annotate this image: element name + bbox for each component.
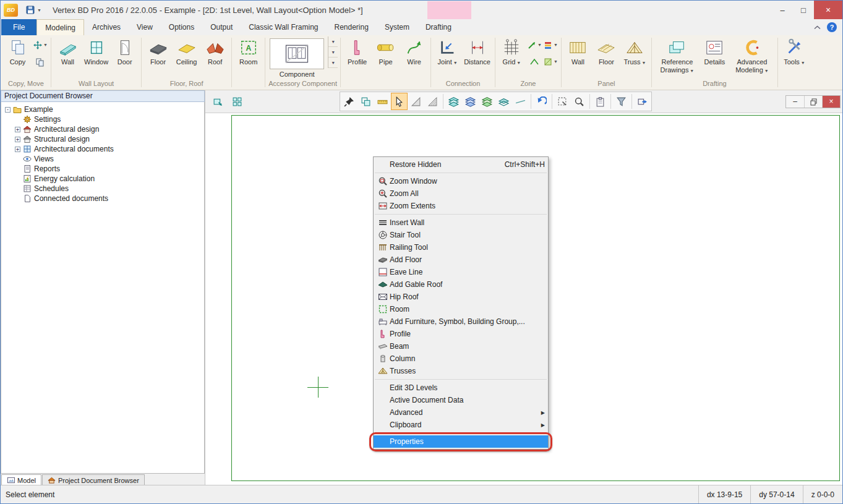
tree-item-connected-documents[interactable]: Connected documents <box>2 194 203 203</box>
menu-tab-classic-wall-framing[interactable]: Classic Wall Framing <box>241 19 326 35</box>
tree-item-structural-design[interactable]: +Structural design <box>2 134 203 144</box>
ribbon-button-copy[interactable]: Copy <box>4 36 32 66</box>
toolbar-button-layers-green-icon[interactable] <box>479 93 495 110</box>
context-menu-item-insert-wall[interactable]: Insert Wall <box>374 216 548 229</box>
ribbon-button-zone-boundary-icon[interactable]: ▼ <box>526 36 542 53</box>
tree-item-views[interactable]: Views <box>2 154 203 164</box>
context-menu-item-profile[interactable]: Profile <box>374 328 548 340</box>
menu-tab-output[interactable]: Output <box>202 19 241 35</box>
menu-tab-rendering[interactable]: Rendering <box>327 19 377 35</box>
context-menu-item-add-gable-roof[interactable]: Add Gable Roof <box>374 278 548 291</box>
tree-item-architectural-design[interactable]: +Architectural design <box>2 124 203 134</box>
menu-tab-archives[interactable]: Archives <box>84 19 129 35</box>
expander-minus-icon[interactable]: - <box>5 107 11 113</box>
tree-item-schedules[interactable]: Schedules <box>2 184 203 194</box>
collapse-ribbon-icon[interactable] <box>814 25 821 30</box>
expander-plus-icon[interactable]: + <box>15 147 20 152</box>
save-icon[interactable] <box>25 5 35 15</box>
expander-plus-icon[interactable]: + <box>15 127 20 132</box>
gallery-more-icon[interactable]: ▼ <box>328 58 338 68</box>
ribbon-button-door[interactable]: Door <box>111 36 139 66</box>
ribbon-button-copy-place-icon[interactable] <box>32 53 48 70</box>
context-menu-item-room[interactable]: Room <box>374 303 548 315</box>
context-menu-item-clipboard[interactable]: Clipboard▶ <box>374 419 548 431</box>
toolbar-button-select-arrow-icon[interactable] <box>391 93 408 110</box>
context-menu-item-edit-3d-levels[interactable]: Edit 3D Levels <box>374 382 548 394</box>
ribbon-button-zone-line-icon[interactable] <box>526 53 542 70</box>
ribbon-button-roof[interactable]: Roof <box>201 36 229 66</box>
maximize-button[interactable]: □ <box>793 1 814 19</box>
menu-tab-options[interactable]: Options <box>161 19 202 35</box>
tree-item-architectural-documents[interactable]: +Architectural documents <box>2 144 203 154</box>
ribbon-button-wire[interactable]: Wire <box>400 36 428 66</box>
context-menu-item-hip-roof[interactable]: Hip Roof <box>374 291 548 303</box>
gallery-up-icon[interactable]: ▼ <box>328 36 338 47</box>
ribbon-button-grid[interactable]: Grid ▼ <box>498 36 526 66</box>
ribbon-button-zone-fill-icon[interactable]: ▼ <box>542 53 558 70</box>
mdi-minimize-button[interactable]: – <box>786 96 804 108</box>
mdi-close-button[interactable]: × <box>822 96 840 108</box>
menu-tab-file[interactable]: File <box>1 19 36 35</box>
ribbon-button-window[interactable]: Window <box>82 36 110 66</box>
toolbar-button-thin-line-icon[interactable] <box>512 93 529 110</box>
ribbon-button-room[interactable]: ARoom <box>234 36 262 66</box>
ribbon-button-profile[interactable]: Profile <box>343 36 371 66</box>
context-menu-item-advanced[interactable]: Advanced▶ <box>374 406 548 419</box>
toolbar-button-zoom-icon[interactable] <box>571 93 588 110</box>
ribbon-button-distance[interactable]: Distance <box>462 36 492 66</box>
menu-tab-modeling[interactable]: Modeling <box>36 19 84 35</box>
toolbar-button-select-region-icon[interactable] <box>554 93 571 110</box>
toolbar-button-tile-windows-icon[interactable] <box>229 93 246 110</box>
menu-tab-drafting[interactable]: Drafting <box>417 19 460 35</box>
ribbon-button-component[interactable]: Component <box>268 36 326 79</box>
help-icon[interactable]: ? <box>827 22 837 32</box>
toolbar-button-copy-region-icon[interactable] <box>357 93 374 110</box>
ribbon-button-ceiling[interactable]: Ceiling <box>173 36 200 66</box>
minimize-button[interactable]: – <box>772 1 793 19</box>
ribbon-button-joint[interactable]: Joint ▼ <box>434 36 461 66</box>
context-menu-item-stair-tool[interactable]: Stair Tool <box>374 229 548 241</box>
ribbon-button-floor[interactable]: Floor <box>144 36 172 66</box>
menu-tab-system[interactable]: System <box>377 19 417 35</box>
quick-access-dropdown-icon[interactable]: ▼ <box>37 8 41 12</box>
menu-tab-view[interactable]: View <box>129 19 161 35</box>
context-menu-item-add-floor[interactable]: Add Floor <box>374 254 548 266</box>
toolbar-button-layers-blue-icon[interactable] <box>462 93 479 110</box>
ribbon-button-tools[interactable]: Tools ▼ <box>781 36 808 66</box>
context-menu-item-properties[interactable]: Properties <box>374 435 548 448</box>
toolbar-button-clipboard-icon[interactable] <box>592 93 609 110</box>
toolbar-button-measure-icon[interactable] <box>374 93 391 110</box>
context-menu-item-restore-hidden[interactable]: Restore HiddenCtrl+Shift+H <box>374 158 548 171</box>
toolbar-button-pin-icon[interactable] <box>341 93 357 110</box>
gallery-down-icon[interactable]: ▼ <box>328 47 338 58</box>
toolbar-button-layers-flat-icon[interactable] <box>495 93 512 110</box>
context-menu-item-zoom-extents[interactable]: Zoom Extents <box>374 200 548 212</box>
app-logo-icon[interactable]: BD <box>4 4 18 17</box>
ribbon-button-wall[interactable]: Wall <box>54 36 82 66</box>
context-menu-item-beam[interactable]: Beam <box>374 340 548 352</box>
tree-item-settings[interactable]: Settings <box>2 114 203 124</box>
toolbar-button-hatch-triangle-icon[interactable] <box>424 93 441 110</box>
toolbar-button-layers-cyan-icon[interactable] <box>445 93 462 110</box>
context-menu-item-railing-tool[interactable]: Railing Tool <box>374 241 548 254</box>
context-menu-item-trusses[interactable]: Trusses <box>374 365 548 377</box>
ribbon-button-truss[interactable]: Truss ▼ <box>621 36 649 66</box>
ribbon-button-move-icon[interactable]: ▼ <box>32 36 48 53</box>
context-menu-item-zoom-all[interactable]: Zoom All <box>374 187 548 200</box>
tree-item-example[interactable]: -Example <box>2 105 203 114</box>
ribbon-button-advanced-modeling[interactable]: Advanced Modeling ▼ <box>729 36 775 74</box>
ribbon-button-floor[interactable]: Floor <box>593 36 620 66</box>
tree-item-energy-calculation[interactable]: Energy calculation <box>2 174 203 184</box>
context-menu-item-active-document-data[interactable]: Active Document Data <box>374 394 548 406</box>
ribbon-button-reference-drawings[interactable]: Reference Drawings ▼ <box>654 36 700 74</box>
ribbon-button-zone-colors-icon[interactable]: ▼ <box>542 36 558 53</box>
context-menu-item-column[interactable]: Column <box>374 352 548 365</box>
toolbar-button-float-window-icon[interactable] <box>210 93 226 110</box>
toolbar-button-filter-icon[interactable] <box>613 93 630 110</box>
context-menu-item-add-furniture-symbol-building-group[interactable]: Add Furniture, Symbol, Building Group,..… <box>374 315 548 328</box>
close-button[interactable]: × <box>814 1 842 19</box>
context-menu-item-eave-line[interactable]: Eave Line <box>374 266 548 278</box>
ribbon-button-details[interactable]: Details <box>701 36 729 66</box>
toolbar-button-undo-icon[interactable] <box>533 93 550 110</box>
toolbar-button-shade-triangle-icon[interactable] <box>408 93 424 110</box>
